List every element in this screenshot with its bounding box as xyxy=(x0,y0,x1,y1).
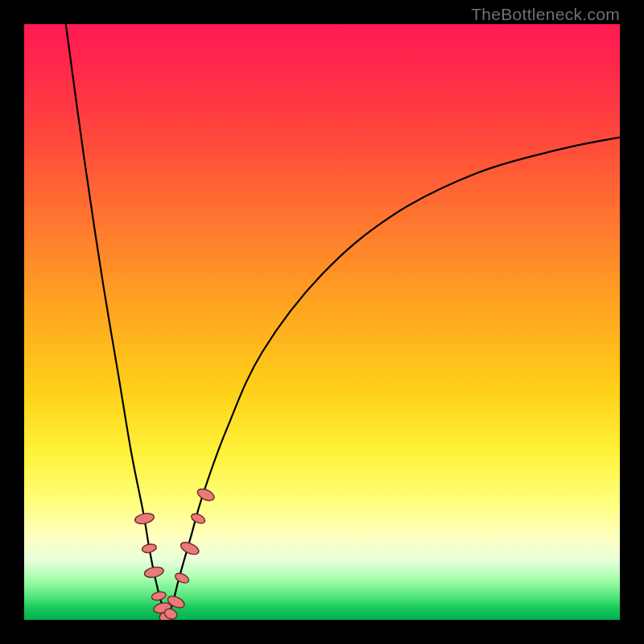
bead-marker xyxy=(196,487,216,503)
watermark-text: TheBottleneck.com xyxy=(471,5,620,24)
bead-marker xyxy=(134,512,155,526)
chart-plot-area xyxy=(24,24,620,620)
bead-marker xyxy=(142,543,158,554)
chart-svg xyxy=(24,24,620,620)
curve-left-branch xyxy=(66,24,167,620)
bead-marker xyxy=(151,591,167,602)
bead-marker xyxy=(143,565,164,579)
bead-marker xyxy=(174,572,191,585)
curve-right-branch xyxy=(167,138,620,620)
bead-marker xyxy=(190,512,207,526)
beads-group xyxy=(134,487,216,620)
chart-frame: TheBottleneck.com xyxy=(0,0,644,644)
